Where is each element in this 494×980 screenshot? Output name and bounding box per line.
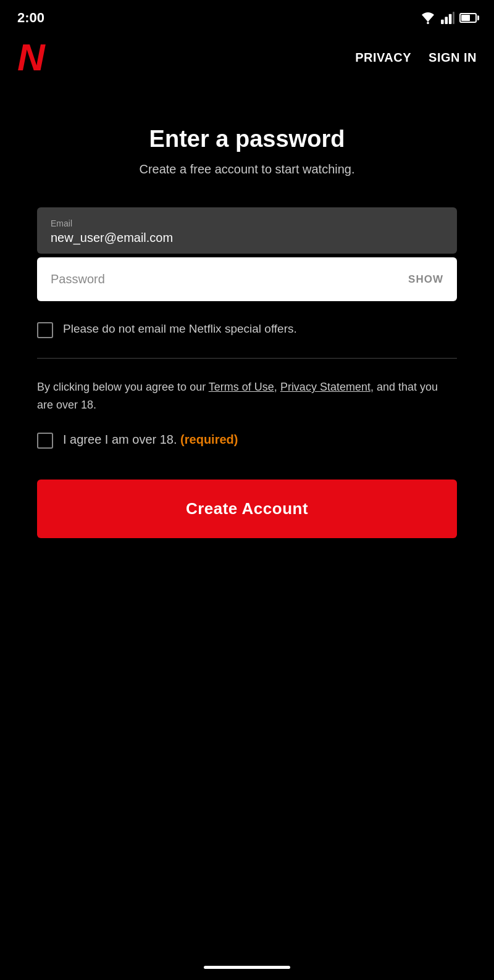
svg-point-0: [427, 22, 429, 24]
signal-icon: [441, 12, 454, 24]
svg-rect-1: [441, 20, 444, 24]
password-input[interactable]: [37, 257, 395, 301]
age-label-text: I agree I am over 18.: [63, 433, 177, 446]
no-email-checkbox-row: Please do not email me Netflix special o…: [37, 321, 457, 338]
password-field-wrapper: SHOW: [37, 257, 457, 301]
email-value: new_user@email.com: [51, 231, 443, 245]
status-icons: [420, 12, 477, 24]
no-email-label: Please do not email me Netflix special o…: [63, 321, 297, 338]
terms-comma: ,: [274, 381, 280, 393]
privacy-link[interactable]: PRIVACY: [355, 51, 411, 65]
main-content: Enter a password Create a free account t…: [0, 89, 494, 563]
status-time: 2:00: [17, 10, 44, 26]
page-subtitle: Create a free account to start watching.: [37, 162, 457, 176]
wifi-icon: [420, 12, 436, 24]
svg-rect-4: [453, 12, 454, 24]
divider: [37, 358, 457, 359]
battery-icon: [459, 13, 477, 23]
no-email-checkbox[interactable]: [37, 322, 53, 338]
show-password-button[interactable]: SHOW: [395, 259, 457, 301]
home-indicator: [204, 966, 290, 969]
nav-links: PRIVACY SIGN IN: [355, 51, 477, 65]
terms-text: By clicking below you agree to our Terms…: [37, 378, 457, 414]
signin-link[interactable]: SIGN IN: [429, 51, 477, 65]
status-bar: 2:00: [0, 0, 494, 32]
form-container: Enter a password Create a free account t…: [37, 126, 457, 538]
svg-rect-2: [445, 17, 448, 24]
age-checkbox-label: I agree I am over 18. (required): [63, 433, 238, 447]
terms-of-use-link[interactable]: Terms of Use: [209, 381, 274, 393]
required-text: (required): [180, 433, 238, 446]
age-checkbox[interactable]: [37, 433, 53, 449]
netflix-logo: N: [17, 38, 44, 77]
terms-prefix: By clicking below you agree to our: [37, 381, 209, 393]
privacy-statement-link[interactable]: Privacy Statement: [280, 381, 371, 393]
age-checkbox-row: I agree I am over 18. (required): [37, 431, 457, 449]
header-nav: N PRIVACY SIGN IN: [0, 32, 494, 89]
create-account-button[interactable]: Create Account: [37, 480, 457, 538]
svg-rect-3: [449, 14, 452, 24]
page-title: Enter a password: [37, 126, 457, 152]
email-field: Email new_user@email.com: [37, 207, 457, 254]
email-label: Email: [51, 218, 443, 228]
